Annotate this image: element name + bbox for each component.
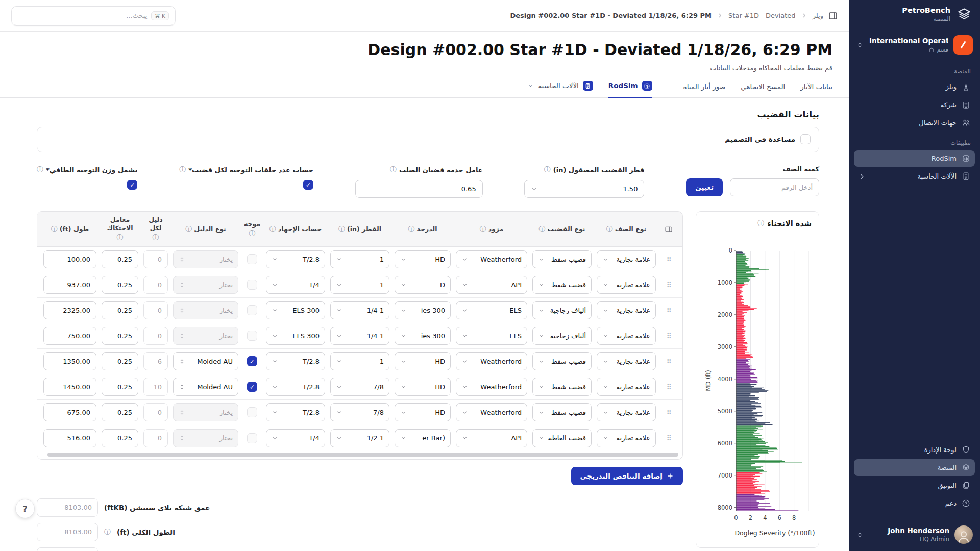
sidebar-item-0-0[interactable]: ويلز	[854, 79, 975, 95]
length-input[interactable]: 675.00	[43, 403, 96, 421]
total-field-input[interactable]	[37, 547, 98, 551]
grade-select[interactable]: HD	[395, 403, 451, 421]
rod-type-select[interactable]: قضيب شفط	[532, 352, 592, 370]
service-factor-input[interactable]: 0.65	[355, 180, 483, 198]
guides-per-input[interactable]: 0	[143, 301, 168, 319]
guides-per-input[interactable]: 0	[143, 403, 168, 421]
drag-handle-icon[interactable]: ⠿	[661, 281, 676, 289]
drag-handle-icon[interactable]: ⠿	[661, 256, 676, 263]
guided-checkbox[interactable]	[247, 433, 257, 443]
guided-checkbox[interactable]	[247, 382, 257, 392]
row-type-select[interactable]: علامة تجارية	[597, 378, 656, 396]
rod-type-select[interactable]: قضيب شفط	[532, 378, 592, 396]
row-type-select[interactable]: علامة تجارية	[597, 352, 656, 370]
length-input[interactable]: 516.00	[43, 429, 96, 447]
total-field-input[interactable]: 8103.00	[37, 523, 98, 541]
sidebar-footer-item-1[interactable]: المنصة	[854, 459, 975, 476]
friction-coeff-input[interactable]: 0.25	[102, 403, 138, 421]
guide-type-select[interactable]: Molded AU	[173, 378, 238, 396]
info-icon[interactable]: ⓘ	[37, 165, 43, 174]
drag-handle-icon[interactable]: ⠿	[661, 409, 676, 416]
guides-per-input[interactable]: 10	[143, 378, 168, 396]
tab-الآلات-الحاسبة[interactable]: الآلات الحاسبة	[527, 81, 593, 98]
table-scrollbar-thumb[interactable]	[47, 453, 678, 457]
row-type-select[interactable]: علامة تجارية	[597, 250, 656, 268]
grade-select[interactable]: HD	[395, 352, 451, 370]
sidebar-item-0-2[interactable]: جهات الاتصال	[854, 114, 975, 131]
info-icon[interactable]: ⓘ	[104, 528, 111, 537]
sidebar-footer-item-2[interactable]: التوثيق	[854, 477, 975, 494]
row-quantity-input[interactable]: أدخل الرقم	[730, 178, 819, 196]
guides-per-input[interactable]: 0	[143, 250, 168, 268]
calc-guides-checkbox[interactable]	[303, 180, 313, 190]
grade-select[interactable]: ies 300	[395, 327, 451, 345]
rod-type-select[interactable]: قضيب الغاطس	[532, 429, 592, 447]
length-input[interactable]: 1450.00	[43, 378, 96, 396]
row-type-select[interactable]: علامة تجارية	[597, 327, 656, 345]
guided-checkbox[interactable]	[247, 254, 257, 264]
vendor-select[interactable]: ELS	[456, 327, 527, 345]
friction-coeff-input[interactable]: 0.25	[102, 276, 138, 294]
info-icon[interactable]: ⓘ	[544, 165, 551, 174]
stress-calc-select[interactable]: T/2.8	[266, 403, 325, 421]
stress-calc-select[interactable]: T/4	[266, 276, 325, 294]
length-input[interactable]: 1350.00	[43, 352, 96, 370]
info-icon[interactable]: ⓘ	[480, 225, 486, 233]
friction-coeff-input[interactable]: 0.25	[102, 429, 138, 447]
guides-per-input[interactable]: 0	[143, 429, 168, 447]
guides-per-input[interactable]: 0	[143, 327, 168, 345]
info-icon[interactable]: ⓘ	[757, 219, 764, 228]
vendor-select[interactable]: ELS	[456, 301, 527, 319]
breadcrumb-item[interactable]: Star #1D - Deviated	[728, 12, 796, 19]
guided-checkbox[interactable]	[247, 356, 257, 366]
friction-coeff-input[interactable]: 0.25	[102, 327, 138, 345]
rod-type-select[interactable]: قضيب شفط	[532, 276, 592, 294]
grade-select[interactable]: ies 300	[395, 301, 451, 319]
set-button[interactable]: تعيين	[686, 178, 723, 196]
tab-صور-أبار-المياه[interactable]: صور أبار المياه	[683, 83, 726, 98]
grade-select[interactable]: er Bar)	[395, 429, 451, 447]
grade-select[interactable]: HD	[395, 378, 451, 396]
design-assist-checkbox[interactable]	[800, 134, 811, 144]
vendor-select[interactable]: Weatherford	[456, 352, 527, 370]
breadcrumb-item[interactable]: ويلز	[813, 12, 823, 19]
vendor-select[interactable]: API	[456, 429, 527, 447]
guide-type-select[interactable]: Molded AU	[173, 352, 238, 370]
row-type-select[interactable]: علامة تجارية	[597, 403, 656, 421]
help-button[interactable]: ?	[15, 499, 35, 518]
info-icon[interactable]: ⓘ	[117, 234, 124, 242]
stress-calc-select[interactable]: T/2.8	[266, 250, 325, 268]
tab-المسح-الاتجاهي[interactable]: المسح الاتجاهي	[741, 83, 785, 98]
length-input[interactable]: 937.00	[43, 276, 96, 294]
breadcrumb-item[interactable]: Design #002.00 Star #1D - Deviated 1/18/…	[510, 12, 712, 19]
guides-per-input[interactable]: 0	[143, 276, 168, 294]
sidebar-item-0-1[interactable]: شركة	[854, 96, 975, 113]
grade-select[interactable]: HD	[395, 250, 451, 268]
info-icon[interactable]: ⓘ	[51, 225, 58, 233]
diameter-select[interactable]: 1	[330, 250, 389, 268]
diameter-select[interactable]: 7/8	[330, 378, 389, 396]
sidebar-footer-item-3[interactable]: دعم	[854, 495, 975, 512]
guided-checkbox[interactable]	[247, 280, 257, 290]
info-icon[interactable]: ⓘ	[606, 225, 613, 233]
friction-coeff-input[interactable]: 0.25	[102, 250, 138, 268]
guided-checkbox[interactable]	[247, 305, 257, 315]
vendor-select[interactable]: Weatherford	[456, 378, 527, 396]
info-icon[interactable]: ⓘ	[249, 230, 256, 238]
sidebar-item-1-1[interactable]: الآلات الحاسبة	[854, 168, 975, 185]
info-icon[interactable]: ⓘ	[270, 225, 276, 233]
guides-per-input[interactable]: 6	[143, 352, 168, 370]
diameter-select[interactable]: 1	[330, 352, 389, 370]
stress-calc-select[interactable]: ELS 300	[266, 301, 325, 319]
search-input[interactable]: ⌘ K يبحث...	[11, 6, 176, 26]
info-icon[interactable]: ⓘ	[338, 225, 345, 233]
rod-type-select[interactable]: قضيب شفط	[532, 403, 592, 421]
drag-handle-icon[interactable]: ⠿	[661, 358, 676, 365]
rod-type-select[interactable]: قضيب شفط	[532, 250, 592, 268]
guided-checkbox[interactable]	[247, 331, 257, 341]
drag-handle-icon[interactable]: ⠿	[661, 434, 676, 442]
sidebar-item-1-0[interactable]: RodSim	[854, 150, 975, 167]
info-icon[interactable]: ⓘ	[408, 225, 415, 233]
include-weight-checkbox[interactable]	[127, 180, 137, 190]
tab-بيانات-الآبار[interactable]: بيانات الآبار	[800, 83, 832, 98]
